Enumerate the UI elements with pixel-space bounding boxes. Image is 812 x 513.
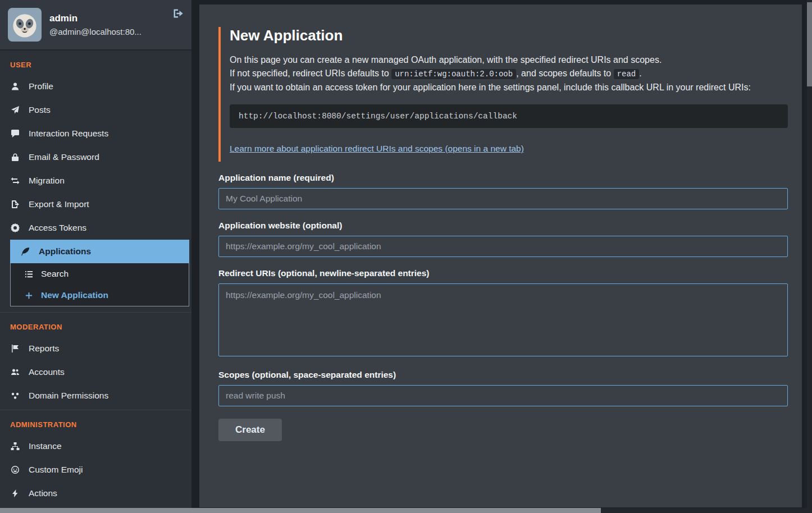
redirect-uris-label: Redirect URIs (optional, newline-separat…	[218, 268, 788, 278]
user-meta: admin @admin@localhost:80...	[49, 11, 142, 38]
sidebar-item-label: Domain Permissions	[29, 391, 108, 401]
intro-text: If you want to obtain an access token fo…	[230, 83, 751, 92]
sidebar-item-reports[interactable]: Reports	[0, 337, 191, 360]
sign-out-icon[interactable]	[172, 8, 184, 21]
main-panel: New Application On this page you can cre…	[199, 4, 802, 507]
section-label-administration: ADMINISTRATION	[0, 410, 191, 434]
intro-line-1: On this page you can create a new manage…	[230, 53, 788, 67]
flag-icon	[10, 344, 20, 353]
sidebar-item-actions[interactable]: Actions	[0, 482, 191, 505]
submenu-item-label: Search	[41, 269, 69, 279]
create-button[interactable]: Create	[218, 419, 282, 441]
smiley-icon	[10, 465, 20, 474]
comment-icon	[10, 129, 20, 138]
sidebar-item-label: Migration	[29, 176, 65, 186]
sidebar-item-label: Export & Import	[29, 199, 89, 209]
sidebar-item-label: Actions	[29, 488, 57, 498]
sidebar-item-label: Applications	[39, 246, 91, 256]
user-card[interactable]: admin @admin@localhost:80...	[0, 0, 191, 51]
paper-plane-icon	[10, 106, 20, 114]
scopes-input[interactable]	[218, 385, 788, 406]
sidebar-item-label: Custom Emoji	[29, 465, 83, 475]
page-title: New Application	[230, 27, 788, 44]
new-application-form: Application name (required) Application …	[218, 173, 788, 441]
exchange-icon	[10, 176, 20, 185]
application-website-label: Application website (optional)	[218, 221, 788, 231]
certificate-icon	[10, 223, 20, 232]
submenu-item-search[interactable]: Search	[11, 263, 189, 285]
application-name-input[interactable]	[218, 188, 788, 209]
feather-icon	[20, 247, 30, 256]
sidebar-item-applications[interactable]: Applications	[10, 240, 189, 263]
sidebar-item-label: Email & Password	[29, 152, 99, 162]
sidebar-item-domain-permissions[interactable]: Domain Permissions	[0, 384, 191, 407]
scopes-label: Scopes (optional, space-separated entrie…	[218, 370, 788, 380]
section-label-user: USER	[0, 51, 191, 75]
user-icon	[10, 82, 20, 91]
user-handle: @admin@localhost:80...	[49, 26, 142, 39]
sidebar: admin @admin@localhost:80... USER Profil…	[0, 0, 191, 513]
bolt-icon	[10, 489, 20, 498]
callback-url-block: http://localhost:8080/settings/user/appl…	[230, 104, 788, 128]
sidebar-item-profile[interactable]: Profile	[0, 75, 191, 98]
sidebar-item-label: Posts	[29, 105, 51, 115]
sitemap-icon	[10, 442, 20, 451]
horizontal-scrollbar-thumb[interactable]	[0, 508, 601, 513]
sidebar-item-accounts[interactable]: Accounts	[0, 360, 191, 384]
sidebar-item-label: Interaction Requests	[29, 129, 108, 139]
intro-section: New Application On this page you can cre…	[218, 27, 788, 162]
sidebar-section-moderation: MODERATION Reports Accounts Domain Permi…	[0, 312, 191, 410]
sidebar-item-export-import[interactable]: Export & Import	[0, 193, 191, 216]
network-icon	[10, 391, 20, 400]
plus-icon	[24, 291, 33, 300]
sidebar-item-label: Instance	[29, 441, 62, 451]
list-icon	[24, 270, 33, 278]
sidebar-section-administration: ADMINISTRATION Instance Custom Emoji Act…	[0, 410, 191, 507]
sidebar-item-access-tokens[interactable]: Access Tokens	[0, 216, 191, 240]
sloth-avatar	[8, 8, 42, 42]
sidebar-item-posts[interactable]: Posts	[0, 98, 191, 122]
horizontal-scrollbar[interactable]	[0, 508, 812, 513]
sidebar-item-label: Profile	[29, 81, 53, 91]
section-label-moderation: MODERATION	[0, 313, 191, 337]
users-icon	[10, 368, 20, 377]
application-name-label: Application name (required)	[218, 173, 788, 183]
application-website-input[interactable]	[218, 236, 788, 257]
file-export-icon	[10, 200, 20, 209]
lock-icon	[10, 153, 20, 162]
oob-code: urn:ietf:wg:oauth:2.0:oob	[391, 69, 516, 79]
sidebar-section-user: USER Profile Posts Interaction Requests …	[0, 51, 191, 312]
submenu-item-label: New Application	[41, 290, 108, 300]
intro-text: On this page you can create a new manage…	[230, 55, 662, 65]
sidebar-item-label: Reports	[29, 343, 59, 354]
submenu-item-new-application[interactable]: New Application	[11, 285, 189, 306]
sidebar-item-label: Access Tokens	[29, 223, 86, 233]
vertical-scrollbar-thumb[interactable]	[807, 2, 812, 86]
sidebar-item-email-password[interactable]: Email & Password	[0, 145, 191, 169]
read-code: read	[614, 69, 640, 79]
vertical-scrollbar[interactable]	[807, 0, 812, 513]
intro-text: , and scopes defaults to	[516, 68, 613, 78]
applications-submenu: Search New Application	[10, 263, 189, 306]
user-name: admin	[49, 11, 142, 26]
sidebar-item-migration[interactable]: Migration	[0, 169, 191, 193]
sidebar-item-instance[interactable]: Instance	[0, 434, 191, 458]
intro-line-3: If you want to obtain an access token fo…	[230, 81, 788, 94]
learn-more-link[interactable]: Learn more about application redirect UR…	[230, 144, 524, 154]
main-wrap: New Application On this page you can cre…	[191, 0, 812, 513]
sidebar-item-interaction-requests[interactable]: Interaction Requests	[0, 122, 191, 145]
intro-line-2: If not specified, redirect URIs defaults…	[230, 67, 788, 81]
redirect-uris-textarea[interactable]	[218, 283, 788, 356]
intro-text: .	[639, 68, 641, 78]
sidebar-item-custom-emoji[interactable]: Custom Emoji	[0, 458, 191, 482]
sidebar-item-label: Accounts	[29, 367, 65, 377]
intro-text: If not specified, redirect URIs defaults…	[230, 68, 391, 78]
